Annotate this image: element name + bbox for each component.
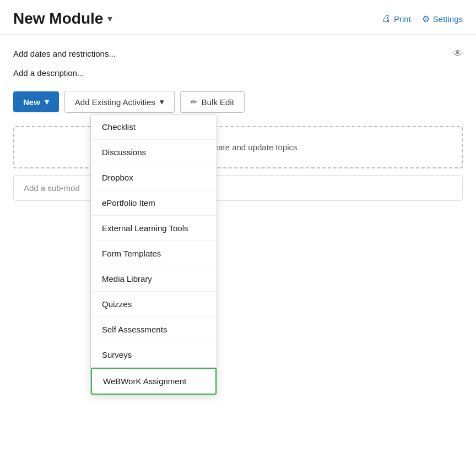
dropdown-item[interactable]: External Learning Tools xyxy=(91,216,217,241)
sub-module-placeholder: Add a sub-mod xyxy=(24,183,80,193)
sub-module-bar[interactable]: Add a sub-mod xyxy=(13,175,463,201)
add-dates-text: Add dates and restrictions... xyxy=(13,49,116,58)
dropdown-item[interactable]: Surveys xyxy=(91,342,217,368)
header-left: New Module ▾ xyxy=(13,10,112,28)
dropdown-item[interactable]: WeBWorK Assignment xyxy=(91,368,217,395)
settings-button[interactable]: ⚙ Settings xyxy=(422,14,463,24)
dropdown-item[interactable]: Quizzes xyxy=(91,292,217,317)
add-dates-link[interactable]: Add dates and restrictions... 👁 xyxy=(13,48,463,59)
add-existing-dropdown: ChecklistDiscussionsDropboxePortfolio It… xyxy=(90,114,217,395)
add-existing-chevron-icon: ▾ xyxy=(160,97,164,107)
bulk-edit-button[interactable]: ✏ Bulk Edit xyxy=(180,91,245,113)
add-description-text: Add a description... xyxy=(13,68,84,78)
header-right: 🖨 Print ⚙ Settings xyxy=(382,14,463,24)
new-button[interactable]: New ▾ xyxy=(13,91,59,112)
print-label: Print xyxy=(394,14,411,24)
add-existing-label: Add Existing Activities xyxy=(75,97,155,107)
drop-zone: here to create and update topics xyxy=(13,126,463,168)
add-existing-button[interactable]: Add Existing Activities ▾ xyxy=(64,91,175,113)
page-title: New Module xyxy=(13,10,103,28)
title-chevron-icon[interactable]: ▾ xyxy=(107,13,112,25)
toolbar: New ▾ Add Existing Activities ▾ ✏ Bulk E… xyxy=(13,91,463,113)
dropdown-item[interactable]: Discussions xyxy=(91,140,217,165)
dropdown-item[interactable]: Checklist xyxy=(91,114,217,140)
print-icon: 🖨 xyxy=(382,14,391,24)
pencil-icon: ✏ xyxy=(191,97,197,106)
page-header: New Module ▾ 🖨 Print ⚙ Settings xyxy=(0,0,476,35)
settings-label: Settings xyxy=(433,14,463,24)
bulk-edit-label: Bulk Edit xyxy=(202,97,234,107)
dropdown-item[interactable]: Self Assessments xyxy=(91,317,217,342)
dropdown-item[interactable]: Form Templates xyxy=(91,241,217,266)
dropdown-item[interactable]: Dropbox xyxy=(91,165,217,190)
eye-icon[interactable]: 👁 xyxy=(453,48,463,59)
gear-icon: ⚙ xyxy=(422,14,430,24)
main-content: Add dates and restrictions... 👁 Add a de… xyxy=(0,35,476,201)
dropdown-item[interactable]: Media Library xyxy=(91,266,217,292)
add-description-link[interactable]: Add a description... xyxy=(13,68,463,78)
print-button[interactable]: 🖨 Print xyxy=(382,14,411,24)
new-chevron-icon: ▾ xyxy=(45,97,49,107)
new-button-label: New xyxy=(23,97,40,107)
dropdown-item[interactable]: ePortfolio Item xyxy=(91,190,217,216)
